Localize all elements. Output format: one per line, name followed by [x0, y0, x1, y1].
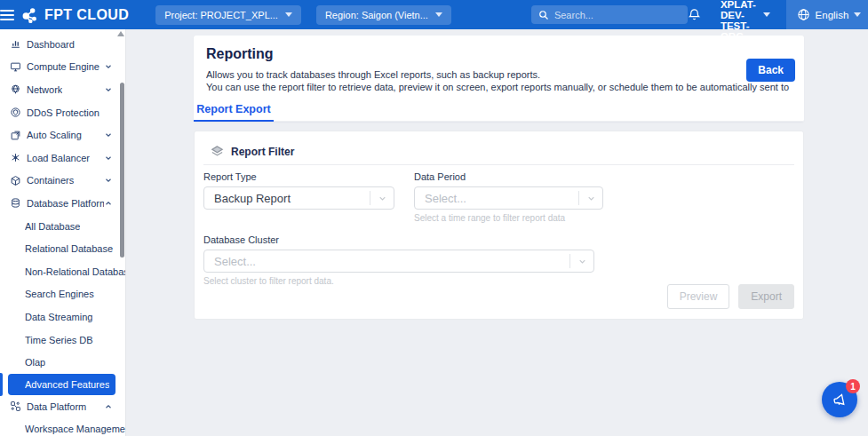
caret-down-icon — [854, 12, 861, 17]
fpt-molecule-icon — [20, 5, 39, 25]
notifications-bell-icon[interactable] — [688, 8, 701, 21]
preview-button[interactable]: Preview — [667, 284, 730, 309]
reporting-header-card: Reporting Allows you to track databases … — [194, 36, 804, 122]
sidebar-item-load-balancer[interactable]: Load Balancer — [0, 147, 125, 170]
sidebar-item-search-engines[interactable]: Search Engines — [0, 283, 125, 306]
description-line-2: You can use the report filter to retriev… — [206, 81, 792, 93]
sidebar-item-label: Database Platform — [27, 198, 104, 209]
sidebar-item-workspace-management[interactable]: Workspace Management — [0, 418, 125, 436]
project-selector-label: Project: PROJECT_XPL... — [164, 10, 278, 20]
search-input[interactable] — [554, 10, 681, 20]
chevron-down-icon — [370, 194, 394, 203]
export-button[interactable]: Export — [738, 284, 794, 309]
data-period-label: Data Period — [414, 171, 603, 182]
sidebar-item-time-series-db[interactable]: Time Series DB — [0, 329, 125, 352]
caret-down-icon — [435, 12, 442, 17]
sidebar-item-label: Containers — [27, 175, 74, 186]
chevron-down-icon — [579, 194, 602, 203]
sidebar-item-label: Data Platform — [27, 401, 86, 412]
chevron-up-icon — [104, 199, 113, 208]
tenant-selector[interactable]: Tenant: XPLAT-DEV-TEST-ORG — [721, 0, 770, 42]
active-item-indicator — [0, 373, 3, 396]
database-cluster-placeholder: Select... — [204, 255, 569, 268]
load-balancer-icon — [9, 152, 21, 163]
sidebar-item-label: Search Engines — [25, 289, 94, 299]
globe-icon — [797, 8, 810, 21]
sidebar-item-label: Non-Relational Database — [25, 266, 125, 277]
database-cluster-select[interactable]: Select... — [203, 250, 594, 273]
sidebar-item-database-platform[interactable]: Database Platform — [0, 192, 125, 215]
sidebar-item-ddos-protection[interactable]: DDoS Protection — [0, 101, 125, 124]
announcements-button[interactable]: 1 — [822, 382, 857, 417]
containers-icon — [9, 175, 21, 186]
database-platform-icon — [9, 197, 21, 209]
chevron-down-icon — [104, 62, 113, 71]
report-type-select[interactable]: Backup Report — [203, 186, 394, 210]
sidebar-item-data-platform[interactable]: Data Platform — [0, 395, 125, 418]
language-selector[interactable]: English — [786, 0, 868, 29]
sidebar-item-all-database[interactable]: All Database — [0, 215, 125, 238]
chevron-down-icon — [104, 154, 113, 163]
caret-down-icon — [285, 12, 292, 17]
notification-badge: 1 — [846, 379, 860, 393]
sidebar-item-label: DDoS Protection — [27, 107, 100, 118]
chevron-down-icon — [104, 85, 113, 94]
sidebar-item-label: Data Streaming — [25, 312, 92, 322]
scroll-up-arrow-icon[interactable] — [117, 31, 124, 36]
logo-text: FPT CLOUD — [44, 7, 129, 23]
network-icon — [9, 83, 21, 95]
sidebar-item-data-streaming[interactable]: Data Streaming — [0, 305, 125, 329]
caret-down-icon — [763, 12, 770, 17]
compute-engine-icon — [9, 61, 21, 73]
megaphone-icon — [830, 390, 850, 410]
tab-report-export[interactable]: Report Export — [194, 98, 274, 122]
divider — [203, 164, 794, 165]
sidebar-item-label: Dashboard — [27, 39, 75, 50]
sidebar-item-network[interactable]: Network — [0, 78, 125, 101]
global-search[interactable] — [531, 5, 688, 24]
sidebar-item-relational-database[interactable]: Relational Database — [0, 237, 125, 260]
language-label: English — [816, 10, 849, 20]
chevron-down-icon — [104, 176, 113, 185]
report-type-label: Report Type — [203, 171, 394, 182]
fpt-cloud-logo: FPT CLOUD — [20, 5, 129, 25]
page-title: Reporting — [206, 46, 792, 62]
sidebar-item-label: Network — [27, 84, 62, 95]
sidebar-scrollbar-thumb[interactable] — [120, 83, 124, 258]
report-filter-card: Report Filter Report Type Backup Report — [194, 131, 804, 320]
back-button[interactable]: Back — [746, 59, 795, 82]
ddos-protection-icon — [9, 107, 21, 118]
data-platform-icon — [9, 400, 21, 412]
chevron-up-icon — [104, 402, 113, 411]
sidebar-item-label: Load Balancer — [27, 153, 90, 163]
sidebar-item-label: All Database — [25, 221, 80, 232]
region-selector-label: Region: Saigon (Vietn... — [325, 10, 428, 20]
region-selector[interactable]: Region: Saigon (Vietn... — [316, 5, 451, 25]
sidebar-item-containers[interactable]: Containers — [0, 170, 125, 193]
sidebar-item-advanced-features[interactable]: Advanced Features — [8, 374, 115, 395]
filter-layers-icon — [211, 145, 224, 158]
data-period-helper-text: Select a time range to filter report dat… — [414, 213, 603, 223]
sidebar-item-label: Advanced Features — [25, 379, 109, 390]
data-period-select[interactable]: Select... — [414, 186, 603, 210]
auto-scaling-icon — [9, 130, 21, 141]
project-selector[interactable]: Project: PROJECT_XPL... — [155, 5, 301, 25]
sidebar-item-dashboard[interactable]: Dashboard — [0, 33, 125, 56]
sidebar-item-label: Compute Engine — [27, 61, 100, 72]
chevron-down-icon — [570, 257, 593, 266]
search-icon — [538, 10, 549, 20]
tab-bar: Report Export — [194, 98, 804, 122]
sidebar-item-olap[interactable]: Olap — [0, 351, 125, 374]
report-type-value: Backup Report — [204, 192, 370, 205]
sidebar-item-non-relational-database[interactable]: Non-Relational Database — [0, 260, 125, 283]
page-description: Allows you to track databases through Ex… — [206, 68, 792, 93]
sidebar-item-compute-engine[interactable]: Compute Engine — [0, 56, 125, 79]
hamburger-menu-icon[interactable] — [0, 10, 14, 20]
main-content: Reporting Allows you to track databases … — [126, 29, 868, 436]
dashboard-icon — [9, 38, 21, 50]
sidebar-item-label: Relational Database — [25, 243, 113, 254]
sidebar-item-label: Time Series DB — [25, 335, 93, 345]
data-period-placeholder: Select... — [415, 192, 578, 205]
description-line-1: Allows you to track databases through Ex… — [206, 68, 792, 81]
sidebar-item-auto-scaling[interactable]: Auto Scaling — [0, 123, 125, 147]
